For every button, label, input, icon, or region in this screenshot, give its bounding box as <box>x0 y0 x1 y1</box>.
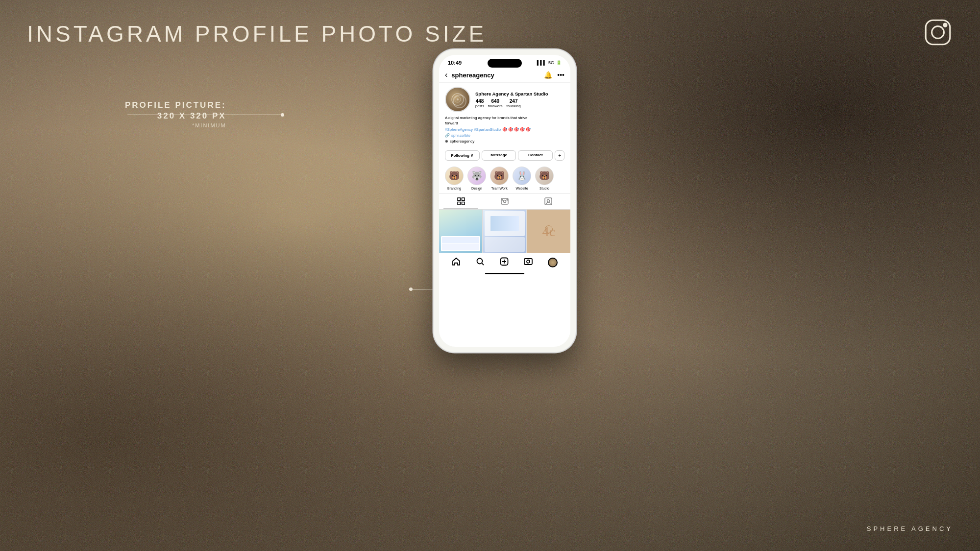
content-tab-bar <box>439 193 570 210</box>
svg-point-11 <box>503 200 506 203</box>
grid-cell-2[interactable] <box>483 210 526 253</box>
footer-brand: SPHERE AGENCY <box>867 525 953 532</box>
link-icon: 🔗 <box>445 133 450 138</box>
page-content: INSTAGRAM PROFILE PHOTO SIZE PROFILE PIC… <box>0 0 980 551</box>
notification-icon[interactable]: 🔔 <box>544 71 552 79</box>
highlight-studio[interactable]: 🐻 Studio <box>535 167 554 190</box>
profile-label-size: 320 X 320 PX <box>125 111 226 121</box>
highlight-circle-teamwork: 🐻 <box>490 167 509 185</box>
profile-threads: ⊕ sphereagency <box>445 139 564 144</box>
profile-label-min: *MINIMUM <box>125 122 226 128</box>
page-title: INSTAGRAM PROFILE PHOTO SIZE <box>27 21 487 47</box>
svg-point-13 <box>507 199 508 200</box>
svg-point-16 <box>477 258 482 264</box>
following-label: following <box>507 104 521 108</box>
highlight-circle-website: 🐰 <box>513 167 531 185</box>
posts-count: 448 <box>476 98 484 104</box>
highlight-label-branding: Branding <box>447 187 461 190</box>
stats-row: 448 posts 640 followers 247 following <box>475 98 564 108</box>
highlight-label-design: Design <box>471 187 482 190</box>
profile-display-name: Sphere Agency & Spartan Studio <box>475 91 564 96</box>
add-icon: + <box>558 153 561 158</box>
svg-point-5 <box>457 98 459 100</box>
grid-cell-3[interactable]: 4c <box>527 210 570 253</box>
svg-point-1 <box>932 26 944 39</box>
stat-following: 247 following <box>507 98 521 108</box>
ig-header-icons: 🔔 ••• <box>544 71 564 79</box>
highlight-label-website: Website <box>515 187 528 190</box>
signal-icon: ▌▌▌ <box>537 60 546 65</box>
svg-rect-21 <box>524 259 532 264</box>
add-friend-button[interactable]: + <box>555 150 564 161</box>
svg-rect-7 <box>462 198 465 201</box>
profile-stats: Sphere Agency & Spartan Studio 448 posts… <box>475 91 564 108</box>
svg-point-12 <box>502 199 503 200</box>
contact-button[interactable]: Contact <box>518 150 553 161</box>
home-bar <box>485 273 524 274</box>
battery-icon: 🔋 <box>556 60 562 65</box>
action-buttons: Following ∨ Message Contact + <box>439 147 570 164</box>
grid-cell-1[interactable] <box>439 210 482 253</box>
home-indicator <box>439 270 570 278</box>
svg-point-3 <box>452 94 464 105</box>
more-icon[interactable]: ••• <box>557 71 564 79</box>
svg-rect-9 <box>462 202 465 205</box>
following-button[interactable]: Following ∨ <box>445 150 480 161</box>
phone-container: 10:49 ▌▌▌ 5G 🔋 ‹ sphereagency 🔔 ••• <box>433 49 576 353</box>
message-button[interactable]: Message <box>482 150 516 161</box>
avatar <box>445 87 470 112</box>
following-count: 247 <box>510 98 518 104</box>
nav-home[interactable] <box>452 257 461 268</box>
highlight-branding[interactable]: 🐻 Branding <box>445 167 464 190</box>
stat-posts: 448 posts <box>475 98 484 108</box>
profile-bio: A digital marketing agency for brands th… <box>445 115 564 126</box>
tab-grid[interactable] <box>439 193 483 209</box>
svg-point-15 <box>547 200 550 202</box>
phone-screen: 10:49 ▌▌▌ 5G 🔋 ‹ sphereagency 🔔 ••• <box>439 55 570 347</box>
highlights-row: 🐻 Branding 🐺 Design 🐻 TeamWork 🐰 Website <box>439 164 570 193</box>
stat-followers: 640 followers <box>488 98 503 108</box>
nav-profile-avatar[interactable] <box>548 258 558 267</box>
highlight-label-teamwork: TeamWork <box>491 187 507 190</box>
svg-line-17 <box>482 263 484 265</box>
nav-add[interactable] <box>500 257 509 268</box>
highlight-teamwork[interactable]: 🐻 TeamWork <box>490 167 509 190</box>
highlight-label-studio: Studio <box>539 187 549 190</box>
highlight-design[interactable]: 🐺 Design <box>467 167 486 190</box>
ig-username: sphereagency <box>451 72 544 79</box>
posts-grid: 4c <box>439 210 570 253</box>
back-button[interactable]: ‹ <box>445 71 447 79</box>
network-label: 5G <box>548 60 554 65</box>
ig-app-header: ‹ sphereagency 🔔 ••• <box>439 68 570 83</box>
followers-label: followers <box>488 104 503 108</box>
svg-rect-8 <box>458 202 461 205</box>
svg-rect-14 <box>545 198 552 205</box>
followers-count: 640 <box>491 98 499 104</box>
posts-label: posts <box>475 104 484 108</box>
phone-mockup: 10:49 ▌▌▌ 5G 🔋 ‹ sphereagency 🔔 ••• <box>433 49 576 353</box>
profile-section: Sphere Agency & Spartan Studio 448 posts… <box>439 83 570 147</box>
instagram-icon <box>923 17 953 48</box>
status-icons: ▌▌▌ 5G 🔋 <box>537 60 562 65</box>
highlight-circle-branding: 🐻 <box>445 167 464 185</box>
profile-top: Sphere Agency & Spartan Studio 448 posts… <box>445 87 564 112</box>
nav-reels[interactable] <box>524 257 533 268</box>
highlight-website[interactable]: 🐰 Website <box>513 167 531 190</box>
nav-search[interactable] <box>476 257 485 268</box>
tab-tagged[interactable] <box>527 193 570 209</box>
status-time: 10:49 <box>448 60 462 66</box>
svg-rect-6 <box>458 198 461 201</box>
tab-reels[interactable] <box>483 193 526 209</box>
svg-point-2 <box>944 24 947 26</box>
highlight-circle-studio: 🐻 <box>535 167 554 185</box>
svg-point-22 <box>527 260 530 263</box>
dynamic-island <box>488 59 522 68</box>
profile-label-title: PROFILE PICTURE: <box>125 100 226 110</box>
highlight-circle-design: 🐺 <box>467 167 486 185</box>
threads-icon: ⊕ <box>445 139 448 144</box>
profile-link[interactable]: 🔗 sphr.co/bio <box>445 133 564 138</box>
svg-point-4 <box>455 96 461 102</box>
annotation-line-profile <box>127 115 284 115</box>
bottom-nav <box>439 253 570 270</box>
profile-tags: #SphereAgency #SpartanStudio 🎯 🎯 🎯 🎯 🎯 <box>445 127 564 132</box>
